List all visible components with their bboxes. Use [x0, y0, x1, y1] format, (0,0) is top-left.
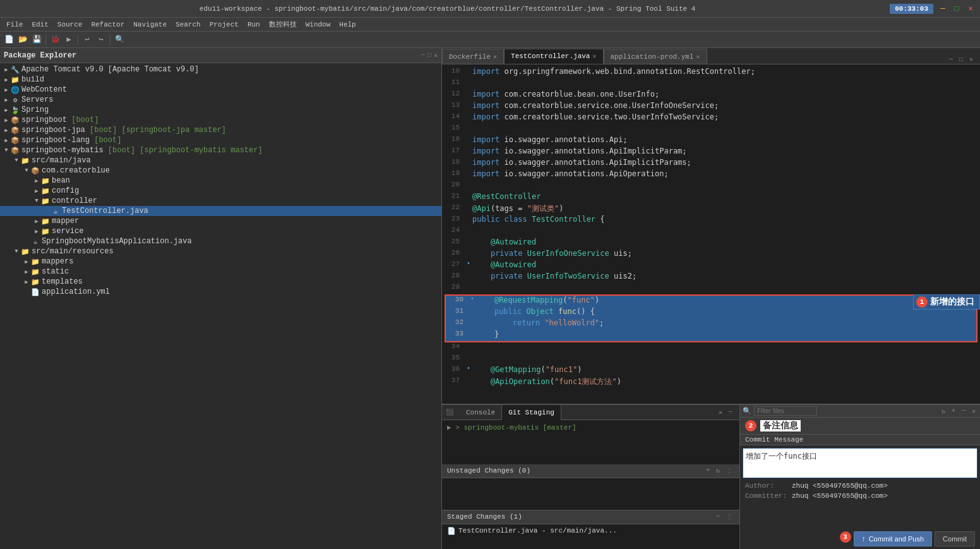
bottom-panel-minimize-icon[interactable]: ─ — [727, 408, 734, 416]
commit-committer: Committer: zhuq <550497655@qq.com> — [740, 491, 980, 501]
label-com-creatorblue: com.creatorblue — [42, 166, 110, 175]
label-controller: controller — [52, 196, 97, 205]
code-line-22: 22 @Api(tags = "测试类") — [442, 203, 980, 215]
commit-button[interactable]: Commit — [935, 531, 975, 546]
toolbar-open[interactable]: 📂 — [16, 33, 29, 46]
staged-remove-icon[interactable]: ─ — [714, 512, 722, 521]
git-stage-icon[interactable]: + — [950, 407, 957, 416]
label-build: build — [21, 75, 44, 84]
panel-maximize-icon[interactable]: □ — [427, 52, 431, 59]
tab-application-prod[interactable]: application-prod.yml ✕ — [604, 49, 707, 64]
title-bar-title: edu11-workspace - springboot-mybatis/src… — [5, 5, 890, 13]
menu-project[interactable]: Project — [206, 20, 242, 30]
icon-build: 📁 — [10, 76, 20, 84]
tree-item-main-app[interactable]: ☕ SpringbootMybatisApplication.java — [0, 236, 441, 246]
icon-mappers: 📁 — [30, 258, 40, 266]
tree-item-static[interactable]: ▶ 📁 static — [0, 267, 441, 277]
git-close-icon[interactable]: ✕ — [970, 407, 977, 416]
tree-item-build[interactable]: ▶ 📁 build — [0, 75, 441, 85]
code-line-18: 18 import io.swagger.annotations.ApiImpl… — [442, 158, 980, 169]
tree-item-templates[interactable]: ▶ 📁 templates — [0, 277, 441, 287]
menu-help[interactable]: Help — [335, 20, 359, 30]
panel-close-icon[interactable]: ✕ — [434, 52, 438, 59]
tree-item-spring[interactable]: ▶ 🍃 Spring — [0, 105, 441, 115]
tree-item-springboot-lang[interactable]: ▶ 📦 springboot-lang [boot] — [0, 135, 441, 145]
toolbar-redo[interactable]: ↪ — [95, 33, 107, 46]
toolbar-undo[interactable]: ↩ — [81, 33, 93, 46]
label-mappers: mappers — [42, 257, 73, 266]
toolbar-debug[interactable]: 🐞 — [49, 33, 61, 46]
menu-source[interactable]: Source — [54, 20, 87, 30]
tree-item-src-main-resources[interactable]: ▼ 📁 src/main/resources — [0, 246, 441, 256]
tab-console[interactable]: Console — [460, 405, 502, 420]
tree-item-webcontent[interactable]: ▶ 🌐 WebContent — [0, 85, 441, 95]
menu-run[interactable]: Run — [244, 20, 264, 30]
menu-search[interactable]: Search — [172, 20, 205, 30]
menu-navigate[interactable]: Navigate — [129, 20, 170, 30]
filter-files-input[interactable] — [754, 406, 817, 416]
unstaged-add-icon[interactable]: + — [704, 466, 712, 475]
label-tomcat: Apache Tomcat v9.0 [Apache Tomcat v9.0] — [21, 65, 199, 74]
unstaged-action-icon[interactable]: ↻ — [714, 466, 722, 475]
tree-item-com-creatorblue[interactable]: ▼ 📦 com.creatorblue — [0, 166, 441, 176]
tree-item-springboot-mybatis[interactable]: ▼ 📦 springboot-mybatis [boot] [springboo… — [0, 145, 441, 155]
toolbar-run[interactable]: ▶ — [63, 33, 75, 46]
minimize-button[interactable]: ─ — [938, 4, 947, 13]
tree-item-src-main-java[interactable]: ▼ 📁 src/main/java — [0, 155, 441, 166]
icon-src-main-java: 📁 — [20, 157, 30, 165]
tree-item-mapper[interactable]: ▶ 📁 mapper — [0, 216, 441, 226]
tab-testcontroller[interactable]: TestController.java ✕ — [504, 49, 603, 64]
panel-minimize-icon[interactable]: ─ — [421, 52, 425, 59]
toolbar-search[interactable]: 🔍 — [113, 33, 126, 46]
tab-testcontroller-label: TestController.java — [511, 52, 590, 60]
toolbar-save[interactable]: 💾 — [30, 33, 43, 46]
tab-dockerfile-close[interactable]: ✕ — [493, 53, 497, 61]
label-servers: Servers — [21, 95, 53, 104]
tree-item-testcontroller[interactable]: ☕ TestController.java — [0, 206, 441, 216]
close-button[interactable]: ✕ — [966, 4, 975, 13]
commit-message-input[interactable]: 增加了一个func接口 — [743, 448, 977, 478]
tree-item-service[interactable]: ▶ 📁 service — [0, 226, 441, 236]
label-main-app: SpringbootMybatisApplication.java — [42, 237, 192, 246]
tree-item-tomcat[interactable]: ▶ 🔧 Apache Tomcat v9.0 [Apache Tomcat v9… — [0, 64, 441, 75]
commit-and-push-button[interactable]: ↑ Commit and Push — [854, 531, 933, 546]
tree-item-application-yml[interactable]: 📄 application.yml — [0, 287, 441, 297]
tree-item-springboot-jpa[interactable]: ▶ 📦 springboot-jpa [boot] [springboot-jp… — [0, 125, 441, 135]
code-line-10: 10 import org.springframework.web.bind.a… — [442, 67, 980, 78]
menu-edit[interactable]: Edit — [28, 20, 52, 30]
tree-item-config[interactable]: ▶ 📁 config — [0, 186, 441, 196]
arrow-springboot-mybatis: ▼ — [3, 147, 10, 154]
staged-file-label: TestController.java - src/main/java... — [458, 527, 617, 534]
tab-testcontroller-close[interactable]: ✕ — [592, 52, 596, 60]
console-content: ▶ > springboot-mybatis [master] — [442, 420, 739, 464]
tree-item-mappers[interactable]: ▶ 📁 mappers — [0, 256, 441, 267]
icon-springboot-jpa: 📦 — [10, 126, 20, 135]
unstaged-header-text: Unstaged Changes (0) — [447, 467, 530, 474]
editor-minimize-icon[interactable]: ─ — [947, 56, 955, 64]
staged-file-item[interactable]: 📄 TestController.java - src/main/java... — [442, 524, 739, 538]
editor-close-icon[interactable]: ✕ — [967, 55, 975, 64]
tab-application-prod-close[interactable]: ✕ — [696, 53, 700, 61]
git-refresh-icon[interactable]: ↻ — [940, 407, 947, 416]
menu-custom[interactable]: 数控科技 — [265, 18, 301, 30]
tree-item-springboot[interactable]: ▶ 📦 springboot [boot] — [0, 115, 441, 125]
code-line-31: 31 public Object func() { — [446, 307, 976, 318]
menu-window[interactable]: Window — [302, 20, 335, 30]
tab-git-staging[interactable]: Git Staging — [502, 405, 561, 420]
tree-item-servers[interactable]: ▶ ⚙ Servers — [0, 95, 441, 105]
staged-more-icon[interactable]: ⋮ — [724, 512, 734, 521]
unstaged-more-icon[interactable]: ⋮ — [724, 466, 734, 475]
maximize-button[interactable]: □ — [952, 4, 961, 13]
menu-file[interactable]: File — [3, 20, 27, 30]
menu-refactor[interactable]: Refactor — [87, 20, 128, 30]
git-unstage-icon[interactable]: ─ — [960, 407, 967, 416]
tab-dockerfile[interactable]: Dockerfile ✕ — [442, 49, 504, 64]
code-line-28: 28 private UserInfoTwoService uis2; — [442, 272, 980, 283]
code-editor[interactable]: 10 import org.springframework.web.bind.a… — [442, 64, 980, 404]
tree-item-bean[interactable]: ▶ 📁 bean — [0, 176, 441, 186]
editor-maximize-icon[interactable]: □ — [957, 56, 965, 64]
label-bean: bean — [52, 176, 70, 185]
bottom-panel-close-icon[interactable]: ✕ — [717, 408, 724, 417]
tree-item-controller[interactable]: ▼ 📁 controller — [0, 196, 441, 206]
toolbar-new[interactable]: 📄 — [3, 33, 15, 46]
